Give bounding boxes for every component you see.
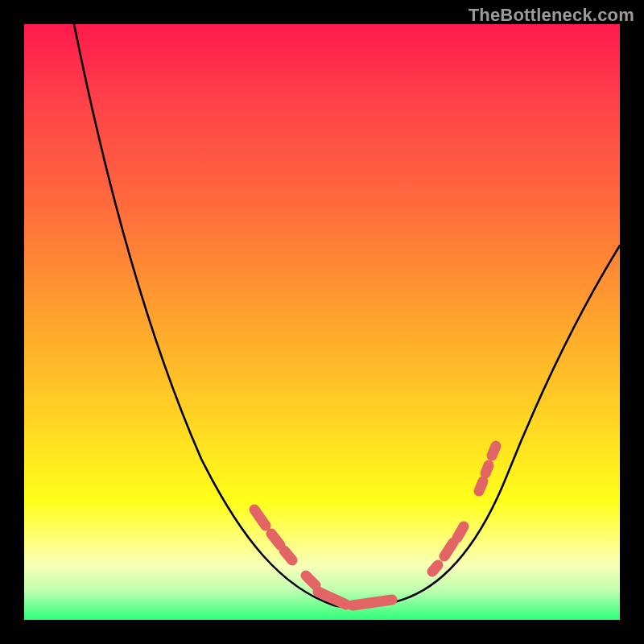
curve-highlight-segment [444, 543, 453, 556]
curve-highlight-segment [306, 576, 316, 585]
curve-highlight-segment [479, 481, 483, 491]
curve-highlight-segment [432, 565, 438, 572]
curve-highlight-segment [271, 534, 280, 545]
curve-highlight-segment [457, 526, 464, 538]
curve-highlight-segment [318, 592, 346, 605]
curve-highlight-segment [254, 510, 266, 526]
watermark-text: TheBottleneck.com [469, 5, 634, 26]
curve-highlight-segment [284, 551, 292, 560]
curve-highlight-segment [492, 446, 496, 456]
chart-frame: TheBottleneck.com [0, 0, 644, 644]
curve-path [72, 24, 620, 607]
curve-highlight-segment [485, 465, 489, 473]
bottleneck-curve [24, 24, 620, 620]
curve-highlight-segment [353, 600, 392, 605]
plot-area [24, 24, 620, 620]
